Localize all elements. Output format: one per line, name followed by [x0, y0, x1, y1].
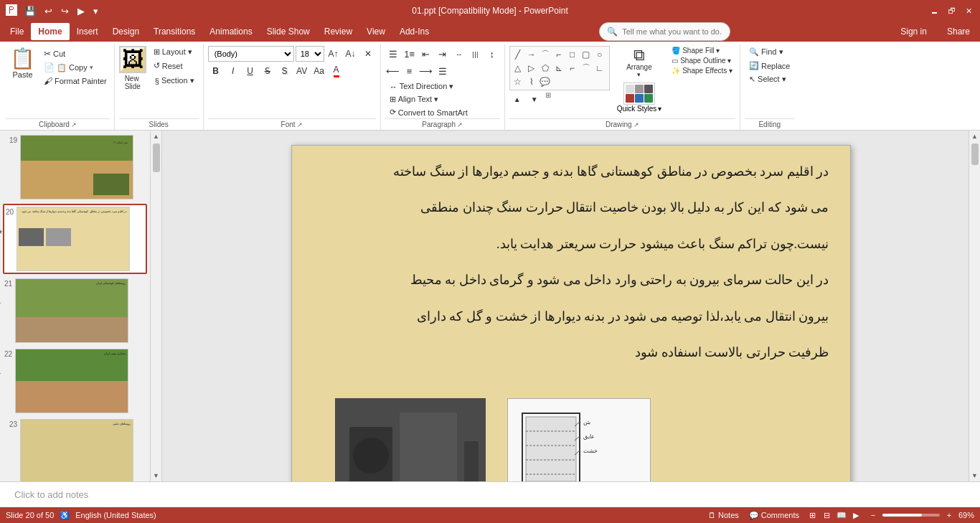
shape-banner[interactable]: ⌇: [525, 75, 538, 88]
decrease-font-button[interactable]: A↓: [343, 46, 359, 62]
font-size-select[interactable]: 18: [296, 46, 324, 62]
customize-button[interactable]: ▾: [90, 4, 101, 18]
menu-animations[interactable]: Animations: [202, 23, 259, 40]
font-color-button[interactable]: A: [329, 63, 344, 79]
shape-curve[interactable]: ⌒: [539, 48, 552, 61]
share-button[interactable]: Share: [940, 23, 977, 40]
line-spacing-button[interactable]: ↕: [484, 46, 500, 62]
shape-rect[interactable]: □: [566, 48, 579, 61]
increase-font-button[interactable]: A↑: [326, 46, 341, 62]
slide-thumb-19[interactable]: 19 متن اسلاید ۱۹: [3, 133, 147, 201]
italic-button[interactable]: I: [225, 63, 241, 79]
menu-review[interactable]: Review: [317, 23, 359, 40]
clipboard-expand-icon[interactable]: ↗: [71, 121, 77, 128]
font-expand-icon[interactable]: ↗: [297, 121, 303, 128]
save-button[interactable]: 💾: [22, 4, 39, 18]
shape-callout[interactable]: 💬: [539, 75, 552, 88]
shape-rounded-rect[interactable]: ▢: [580, 48, 593, 61]
find-button[interactable]: 🔍 Find ▾: [745, 46, 794, 58]
menu-view[interactable]: View: [359, 23, 392, 40]
convert-smartart-button[interactable]: ⟳ Convert to SmartArt: [385, 106, 500, 118]
slide-thumb-22[interactable]: 22 ★ معماری بومی ایران: [3, 347, 147, 415]
cut-button[interactable]: ✂ Cut: [41, 47, 110, 60]
slide-panel[interactable]: 19 متن اسلاید ۱۹ 20 ★ در اقلیم سرد بخصوص…: [0, 131, 151, 481]
shape-star[interactable]: ☆: [512, 75, 524, 88]
right-scroll-up[interactable]: ▲: [969, 131, 980, 142]
reset-button[interactable]: ↺ Reset: [151, 60, 199, 72]
shape-more1[interactable]: ▷: [525, 62, 538, 75]
slide-thumb-21[interactable]: 21 ★ روستاهای کوهستانی ایران: [3, 277, 147, 344]
align-right-button[interactable]: ⟶: [418, 63, 434, 79]
tell-me-input[interactable]: [622, 27, 722, 36]
shape-freeform[interactable]: ⌐: [552, 48, 565, 61]
replace-button[interactable]: 🔄 Replace: [745, 60, 794, 72]
minimize-button[interactable]: 🗕: [928, 5, 940, 17]
maximize-button[interactable]: 🗗: [946, 5, 957, 17]
slide-thumb-23[interactable]: 23 روستاهای دشتی: [3, 418, 147, 481]
layout-button[interactable]: ⊞ Layout ▾: [151, 46, 199, 58]
slide-panel-scrollbar[interactable]: ▲ ▼: [151, 131, 162, 481]
underline-button[interactable]: U: [242, 63, 258, 79]
text-direction-dropdown[interactable]: ↔ Text Direction ▾: [385, 80, 500, 93]
shape-arrow-line[interactable]: →: [525, 48, 538, 61]
shape-brace[interactable]: ⌒: [580, 62, 593, 75]
shape-fill-button[interactable]: 🪣 Shape Fill ▾: [669, 46, 735, 55]
align-text-dropdown[interactable]: ⊞ Align Text ▾: [385, 93, 500, 105]
columns-button[interactable]: ⫼: [468, 46, 484, 62]
shapes-up-button[interactable]: ▲: [509, 91, 525, 107]
menu-addins[interactable]: Add-Ins: [392, 23, 436, 40]
align-center-button[interactable]: ≡: [402, 63, 418, 79]
reading-view-button[interactable]: 📖: [835, 509, 848, 522]
shape-line[interactable]: ╱: [512, 48, 524, 61]
copy-dropdown[interactable]: ▾: [90, 64, 93, 71]
zoom-in-button[interactable]: +: [943, 509, 956, 522]
strikethrough-button[interactable]: S̶: [260, 63, 275, 79]
notes-button[interactable]: 🗒 Notes: [705, 510, 742, 520]
select-button[interactable]: ↖ Select ▾: [745, 73, 794, 85]
slide-text-content[interactable]: در اقلیم سرد بخصوص در مناطق کوهستانی گاه…: [292, 146, 850, 391]
sign-in-button[interactable]: Sign in: [893, 23, 934, 40]
slide-sorter-button[interactable]: ⊟: [821, 509, 834, 522]
text-direction-button[interactable]: ↔: [451, 46, 467, 62]
notes-area[interactable]: Click to add notes: [0, 481, 980, 507]
slide-canvas[interactable]: در اقلیم سرد بخصوص در مناطق کوهستانی گاه…: [291, 145, 851, 481]
shape-oval[interactable]: ○: [593, 48, 606, 61]
slide-thumb-20[interactable]: 20 ★ در اقلیم سرد بخصوص در مناطق کوهستان…: [3, 204, 147, 274]
case-button[interactable]: Aa: [311, 63, 327, 79]
numbering-button[interactable]: 1≡: [402, 46, 418, 62]
menu-home[interactable]: Home: [31, 23, 69, 40]
shapes-more-icon[interactable]: ⊞: [545, 91, 551, 107]
shapes-down-button[interactable]: ▼: [527, 91, 542, 107]
char-spacing-button[interactable]: AV: [294, 63, 310, 79]
paste-button[interactable]: 📋 Paste: [6, 46, 39, 82]
close-button[interactable]: ✕: [963, 5, 974, 17]
scroll-down-arrow[interactable]: ▼: [151, 470, 161, 481]
font-name-select[interactable]: (Body): [208, 46, 294, 62]
undo-button[interactable]: ↩: [42, 4, 55, 18]
decrease-indent-button[interactable]: ⇤: [418, 46, 434, 62]
right-scroll-down[interactable]: ▼: [969, 470, 980, 481]
shape-triangle[interactable]: △: [512, 62, 524, 75]
menu-design[interactable]: Design: [105, 23, 146, 40]
play-button[interactable]: ▶: [75, 4, 88, 18]
format-painter-button[interactable]: 🖌 Format Painter: [41, 75, 110, 88]
quick-styles-button[interactable]: Quick Styles ▾: [614, 81, 665, 114]
justify-button[interactable]: ☰: [435, 63, 451, 79]
align-left-button[interactable]: ⟵: [385, 63, 401, 79]
copy-button[interactable]: 📄 📋 Copy ▾: [41, 61, 110, 74]
increase-indent-button[interactable]: ⇥: [435, 46, 451, 62]
bullets-button[interactable]: ☰: [385, 46, 401, 62]
section-button[interactable]: § Section ▾: [151, 73, 199, 88]
redo-button[interactable]: ↪: [58, 4, 72, 18]
drawing-expand-icon[interactable]: ↗: [633, 121, 639, 128]
arrange-button[interactable]: ⧉ Arrange ▾: [614, 46, 665, 80]
shape-outline-button[interactable]: ▭ Shape Outline ▾: [669, 56, 735, 65]
slide-scroll-area[interactable]: در اقلیم سرد بخصوص در مناطق کوهستانی گاه…: [162, 131, 980, 481]
scroll-up-arrow[interactable]: ▲: [151, 131, 161, 142]
zoom-out-button[interactable]: −: [867, 509, 880, 522]
comments-button[interactable]: 💬 Comments: [746, 510, 802, 521]
right-scrollbar[interactable]: ▲ ▼: [969, 131, 980, 481]
shape-left-bracket[interactable]: ∟: [593, 62, 606, 75]
menu-slideshow[interactable]: Slide Show: [260, 23, 317, 40]
slideshow-view-button[interactable]: ▶: [849, 509, 862, 522]
